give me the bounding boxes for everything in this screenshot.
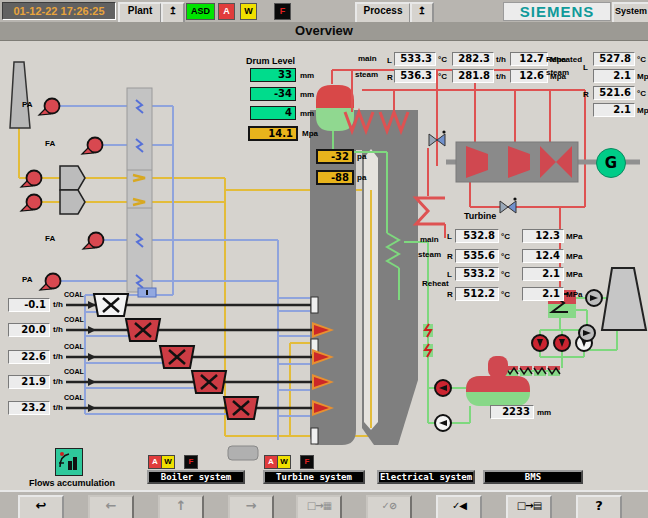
unit-label: MPa xyxy=(566,252,582,261)
pa-fan-label: PA xyxy=(22,275,33,284)
unit-label: °C xyxy=(501,252,510,261)
id-fan-icon xyxy=(21,195,42,212)
reheated-steam-label: Reheated xyxy=(546,55,582,64)
generator-icon[interactable]: G xyxy=(596,148,626,178)
unit-label: Mpa xyxy=(637,106,648,115)
unit-label: Mpa xyxy=(637,72,648,81)
tag-label: R xyxy=(447,252,453,261)
unit-label: mm xyxy=(300,109,314,118)
boiler-alarm-f[interactable]: F xyxy=(184,455,198,469)
fa-fan-icon xyxy=(82,138,103,155)
drum-level-value: 4 xyxy=(250,106,296,120)
prev-page-icon[interactable]: ← xyxy=(88,495,134,518)
reheat-press: 2.1 xyxy=(593,103,635,117)
turbine-temp: 532.8 xyxy=(455,229,499,243)
acknowledge-cancel-icon[interactable]: ✓⊘ xyxy=(366,495,412,518)
feedwater-pump-icon xyxy=(435,380,451,396)
process-button[interactable]: Process xyxy=(355,2,411,24)
flows-glyph xyxy=(56,449,80,473)
top-toolbar: 01-12-22 17:26:25 Plant ↥ ASD A W F Proc… xyxy=(0,0,648,23)
reheated-steam-label: steam xyxy=(546,68,569,77)
process-jump-up-icon[interactable]: ↥ xyxy=(410,2,434,24)
circulating-pump-icon xyxy=(579,325,595,341)
boiler-system-button[interactable]: Boiler system xyxy=(147,470,245,484)
coal-label: COAL xyxy=(64,291,84,298)
chimney xyxy=(10,62,30,128)
deaerator-level-value: 2233 xyxy=(490,405,534,419)
main-steam-press: 12.7 xyxy=(510,52,548,66)
pa-fan-label: PA xyxy=(22,100,33,109)
unit-label: t/h xyxy=(53,325,63,334)
alarm-w-indicator[interactable]: W xyxy=(240,3,257,20)
ash-outlet xyxy=(228,446,258,460)
tag-label: R xyxy=(583,90,589,99)
coal-flow-value: 22.6 xyxy=(8,350,50,364)
tag-label: R xyxy=(387,73,393,82)
circulating-pump-icon xyxy=(586,290,602,306)
unit-label: mm xyxy=(300,71,314,80)
drum-level-label: Drum Level xyxy=(246,56,295,66)
fa-fan-label: FA xyxy=(45,139,55,148)
main-steam-flow: 281.8 xyxy=(452,69,494,83)
tag-label: L xyxy=(583,63,588,72)
page-up-icon[interactable]: ↑ xyxy=(158,495,204,518)
unit-label: t/h xyxy=(53,403,63,412)
acknowledge-icon[interactable]: ✓◀ xyxy=(436,495,482,518)
coal-flow-value: 23.2 xyxy=(8,401,50,415)
tag-label: L xyxy=(387,56,392,65)
alarm-a-indicator[interactable]: A xyxy=(218,3,235,20)
unit-label: °C xyxy=(438,72,447,81)
steam-valve-icon[interactable] xyxy=(500,197,517,213)
back-icon[interactable]: ↩ xyxy=(18,495,64,518)
turbine-alarm-w[interactable]: W xyxy=(277,455,291,469)
reheat-temp: 527.8 xyxy=(593,52,635,66)
plant-button[interactable]: Plant xyxy=(118,2,162,24)
coal-label: COAL xyxy=(64,368,84,375)
turbine-main-label: steam xyxy=(418,250,441,259)
flows-accumulation-icon[interactable] xyxy=(55,448,83,476)
help-icon[interactable]: ? xyxy=(576,495,622,518)
turbine-alarm-f[interactable]: F xyxy=(300,455,314,469)
hmi-window: 01-12-22 17:26:25 Plant ↥ ASD A W F Proc… xyxy=(0,0,648,518)
turbine-press: 12.4 xyxy=(522,249,564,263)
drum-level-value: 33 xyxy=(250,68,296,82)
air-preheater xyxy=(127,88,152,292)
condensate-pump-icon xyxy=(554,335,570,351)
next-page-icon[interactable]: → xyxy=(228,495,274,518)
unit-label: °C xyxy=(501,270,510,279)
coal-label: COAL xyxy=(64,316,84,323)
page-title: Overview xyxy=(0,22,648,41)
unit-label: mm xyxy=(537,408,551,417)
coal-feed-system xyxy=(66,294,334,444)
system-button[interactable]: System xyxy=(612,2,648,24)
turbine-alarm-a[interactable]: A xyxy=(264,455,278,469)
deaerator-tank xyxy=(466,356,530,406)
bms-button[interactable]: BMS xyxy=(483,470,583,484)
copy-view-icon[interactable]: □→▦ xyxy=(296,495,342,518)
alarm-f-indicator[interactable]: F xyxy=(274,3,291,20)
boiler-alarm-a[interactable]: A xyxy=(148,455,162,469)
print-screen-icon[interactable]: □→▤ xyxy=(506,495,552,518)
turbine-press: 12.3 xyxy=(522,229,564,243)
electrical-system-button[interactable]: Electrical system xyxy=(377,470,475,484)
unit-label: °C xyxy=(637,89,646,98)
siemens-logo: SIEMENS xyxy=(503,2,611,21)
coal-label: COAL xyxy=(64,394,84,401)
unit-label: MPa xyxy=(566,290,582,299)
turbine-temp: 535.6 xyxy=(455,249,499,263)
unit-label: °C xyxy=(637,55,646,64)
main-steam-press: 12.6 xyxy=(510,69,548,83)
coal-flow-value: 21.9 xyxy=(8,375,50,389)
tag-label: L xyxy=(447,232,452,241)
boiler-alarm-w[interactable]: W xyxy=(161,455,175,469)
fa-fan-label: FA xyxy=(45,234,55,243)
turbine-press: 2.1 xyxy=(522,287,564,301)
turbine-reheat-label: Reheat xyxy=(422,279,449,288)
turbine-temp: 512.2 xyxy=(455,287,499,301)
asd-indicator[interactable]: ASD xyxy=(186,3,215,20)
jump-up-icon[interactable]: ↥ xyxy=(161,2,185,24)
turbine-system-button[interactable]: Turbine system xyxy=(263,470,365,484)
datetime-display: 01-12-22 17:26:25 xyxy=(2,2,116,20)
unit-label: MPa xyxy=(566,232,582,241)
air-damper-icon[interactable] xyxy=(138,288,156,297)
